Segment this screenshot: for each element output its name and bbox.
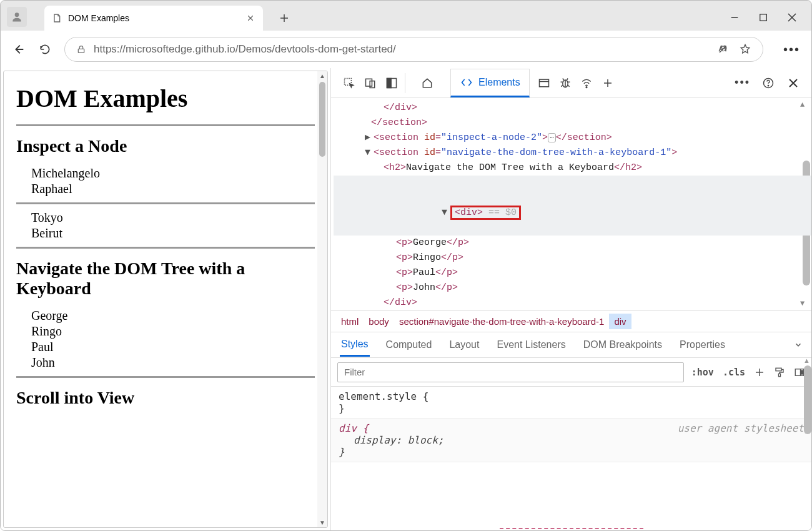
section-navigate-heading: Navigate the DOM Tree with a Keyboard [16, 259, 315, 299]
close-devtools-button[interactable] [786, 76, 800, 90]
dom-node[interactable]: </section> [334, 116, 811, 131]
section-scroll-heading: Scroll into View [16, 388, 315, 408]
svg-rect-16 [801, 370, 803, 374]
dom-node-selected[interactable]: ••• ▼<div> == $0 [334, 176, 811, 236]
scroll-down-icon[interactable]: ▼ [319, 518, 325, 527]
svg-rect-1 [760, 14, 767, 21]
dom-node[interactable]: <p>John</p> [334, 280, 811, 295]
styles-tab-overflow-icon[interactable] [794, 340, 803, 349]
dom-node[interactable]: ▶<section id="inspect-a-node-2">⋯</secti… [334, 131, 811, 146]
styles-tabs: Styles Computed Layout Event Listeners D… [331, 332, 811, 358]
list-item: Tokyo [31, 211, 315, 225]
devtools-panel: Elements ••• ▲ ▼ </d [330, 68, 811, 530]
favorite-icon[interactable] [739, 43, 751, 56]
svg-rect-2 [78, 49, 84, 52]
user-agent-stylesheet-label: user agent stylesheet [678, 422, 804, 434]
elements-icon [460, 76, 473, 89]
bug-icon[interactable] [558, 76, 572, 90]
tab-title: DOM Examples [68, 13, 239, 23]
dom-breadcrumb[interactable]: html body section#navigate-the-dom-tree-… [331, 310, 811, 332]
styles-pane[interactable]: element.style { } user agent stylesheet … [331, 387, 811, 530]
css-prop-display[interactable]: display: block; [339, 434, 804, 446]
drawer-resize-handle[interactable] [500, 528, 643, 529]
styles-tab-computed[interactable]: Computed [385, 334, 433, 355]
styles-scroll-up-icon[interactable]: ▲ [803, 357, 810, 364]
breadcrumb-item-selected[interactable]: div [609, 314, 631, 329]
scroll-thumb[interactable] [319, 82, 325, 157]
device-emulation-icon[interactable] [364, 76, 377, 90]
svg-rect-7 [387, 78, 392, 87]
close-window-button[interactable] [786, 12, 798, 23]
titlebar: DOM Examples [1, 1, 811, 31]
close-brace: } [339, 446, 804, 458]
list-item: Michelangelo [31, 166, 315, 181]
styles-tab-event-listeners[interactable]: Event Listeners [495, 334, 567, 355]
page-scrollbar[interactable]: ▲ ▼ [317, 71, 327, 527]
read-aloud-icon[interactable] [716, 43, 729, 56]
close-icon [247, 14, 254, 22]
svg-rect-4 [366, 79, 372, 86]
dom-tree[interactable]: ▲ ▼ </div> </section> ▶<section id="insp… [331, 98, 811, 310]
hov-button[interactable]: :hov [691, 367, 714, 378]
breadcrumb-item[interactable]: html [336, 314, 364, 329]
tab-welcome[interactable] [412, 69, 443, 97]
page-h1: DOM Examples [16, 84, 315, 113]
styles-tab-properties[interactable]: Properties [678, 334, 726, 355]
cls-button[interactable]: .cls [723, 367, 745, 378]
svg-point-10 [586, 86, 587, 87]
styles-tab-styles[interactable]: Styles [340, 334, 370, 357]
browser-tab[interactable]: DOM Examples [44, 6, 263, 31]
help-icon[interactable] [761, 76, 775, 90]
minimize-button[interactable] [729, 12, 740, 23]
dom-scroll-down-icon[interactable]: ▼ [800, 299, 809, 308]
address-actions [716, 43, 751, 56]
window-controls [729, 12, 805, 23]
application-icon[interactable] [537, 76, 551, 90]
network-conditions-icon[interactable] [580, 76, 593, 90]
dom-node[interactable]: <p>Ringo</p> [334, 251, 811, 266]
dom-node[interactable]: </div> [334, 295, 811, 310]
dock-side-icon[interactable] [385, 76, 399, 90]
dom-node[interactable]: <h2>Navigate the DOM Tree with a Keyboar… [334, 161, 811, 176]
tab-close-button[interactable] [245, 13, 255, 23]
breadcrumb-item[interactable]: section#navigate-the-dom-tree-with-a-key… [394, 314, 610, 329]
new-style-rule-icon[interactable] [754, 367, 765, 378]
toolbar: https://microsoftedge.github.io/Demos/de… [1, 31, 811, 68]
svg-rect-8 [539, 79, 548, 87]
element-style-selector[interactable]: element.style { [339, 390, 804, 402]
styles-filter-input[interactable] [337, 362, 684, 382]
dom-node[interactable]: <p>Paul</p> [334, 266, 811, 280]
styles-scroll-thumb[interactable] [804, 365, 811, 434]
tab-elements[interactable]: Elements [450, 69, 530, 97]
breadcrumb-item[interactable]: body [364, 314, 394, 329]
styles-tab-layout[interactable]: Layout [448, 334, 480, 355]
profile-button[interactable] [7, 7, 27, 27]
inspect-element-icon[interactable] [342, 76, 356, 90]
more-tabs-plus-icon[interactable] [601, 76, 615, 90]
paint-format-icon[interactable] [774, 367, 785, 378]
dom-node[interactable]: ▼<section id="navigate-the-dom-tree-with… [334, 146, 811, 161]
svg-rect-14 [779, 374, 781, 377]
back-button[interactable] [12, 42, 26, 56]
address-bar[interactable]: https://microsoftedge.github.io/Demos/de… [64, 37, 763, 62]
list-item: George [31, 309, 315, 323]
scroll-up-icon[interactable]: ▲ [319, 71, 325, 81]
list-item: Beirut [31, 226, 315, 241]
close-brace: } [339, 402, 804, 414]
devtools-toolbar: Elements ••• [331, 68, 811, 98]
refresh-button[interactable] [38, 42, 52, 56]
toolbar-more-button[interactable]: ••• [783, 42, 800, 57]
svg-point-12 [768, 85, 768, 86]
tab-elements-label: Elements [478, 77, 520, 88]
styles-tab-dom-breakpoints[interactable]: DOM Breakpoints [582, 334, 663, 355]
maximize-button[interactable] [758, 12, 769, 23]
new-tab-button[interactable] [274, 8, 294, 28]
section-inspect-heading: Inspect a Node [16, 136, 315, 156]
dom-scroll-up-icon[interactable]: ▲ [800, 101, 809, 109]
page-viewport: DOM Examples Inspect a Node Michelangelo… [3, 71, 328, 528]
dom-node[interactable]: <p>George</p> [334, 236, 811, 251]
dom-node[interactable]: </div> [334, 101, 811, 116]
devtools-more-button[interactable]: ••• [735, 76, 750, 89]
list-item: Raphael [31, 182, 315, 196]
styles-filter-row: :hov .cls ▲ [331, 358, 811, 387]
